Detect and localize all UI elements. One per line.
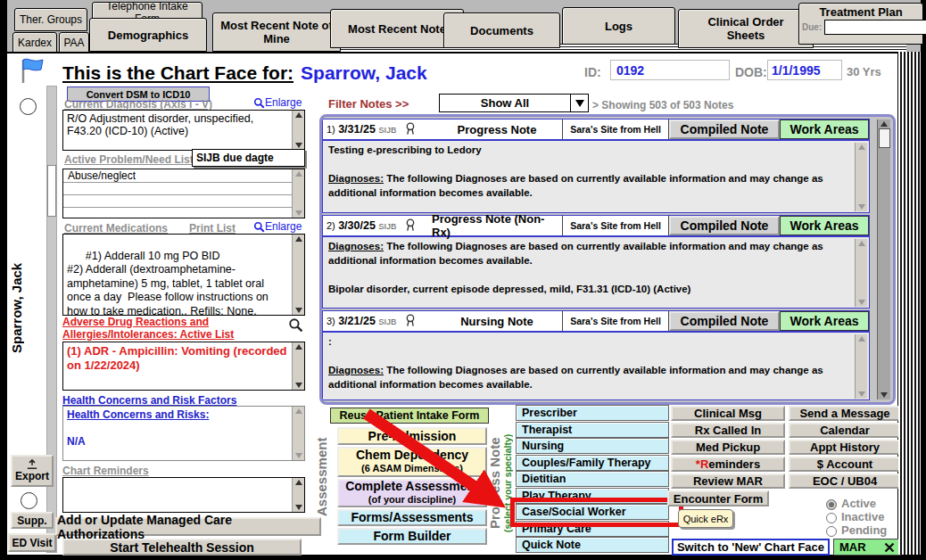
work-areas-button[interactable]: Work Areas xyxy=(780,119,869,139)
rx-called-in-button[interactable]: Rx Called In xyxy=(671,423,785,438)
dropdown-arrow-icon[interactable] xyxy=(570,95,588,111)
send-a-message-button[interactable]: Send a Message xyxy=(789,406,901,421)
calendar-button[interactable]: Calendar xyxy=(789,423,901,438)
note-site-abbr: SIJB xyxy=(378,221,396,231)
problem-list-scrollbar[interactable] xyxy=(292,169,304,218)
note-scrollbar[interactable] xyxy=(855,143,867,211)
note-body: : Diagnoses: The following Diagnoses are… xyxy=(323,333,869,400)
adr-label: Adverse Drug Reactions and Allergies/Int… xyxy=(62,317,281,341)
adr-search-icon[interactable] xyxy=(288,317,303,333)
work-areas-button[interactable]: Work Areas xyxy=(780,311,869,331)
notes-scrollbar[interactable] xyxy=(877,119,890,399)
medications-scrollbar[interactable] xyxy=(292,235,304,315)
specialty-nursing-button[interactable]: Nursing xyxy=(516,438,669,454)
chart-face-page: Sparrow, Jack Export Supp. ED Visit This… xyxy=(7,52,897,555)
note-item[interactable]: 2) 3/30/25 SIJB Progress Note (Non-Rx) S… xyxy=(322,215,870,309)
supp-button[interactable]: Supp. xyxy=(11,512,54,529)
diagnosis-enlarge-link[interactable]: Enlarge xyxy=(253,96,302,109)
note-scrollbar[interactable] xyxy=(855,239,867,307)
clinical-msg-button[interactable]: Clinical Msg xyxy=(671,406,785,421)
due-label: Due: xyxy=(802,22,822,32)
note-date: 3/30/25 xyxy=(338,219,376,232)
chart-face-window: Telephone Intake Form Ther. Groups Karde… xyxy=(0,0,926,560)
due-input[interactable] xyxy=(824,20,926,35)
tab-paa[interactable]: PAA xyxy=(59,32,89,53)
tab-kardex[interactable]: Kardex xyxy=(12,32,57,53)
account-button[interactable]: $ Account xyxy=(789,457,901,472)
form-builder-button[interactable]: Form Builder xyxy=(337,528,487,545)
compiled-note-button[interactable]: Compiled Note xyxy=(669,311,780,331)
specialty-couples-family-button[interactable]: Couples/Family Therapy xyxy=(516,455,669,471)
note-item[interactable]: 3) 3/21/25 SIJB Nursing Note Sara's Site… xyxy=(322,310,870,400)
filter-notes-label: Filter Notes >> xyxy=(328,97,409,111)
status-option-pending[interactable]: Pending xyxy=(826,523,901,537)
id-value-box: 0192 xyxy=(610,60,730,80)
switch-chart-face-button[interactable]: Switch to 'New' Chart Face xyxy=(672,539,830,556)
specialty-dietitian-button[interactable]: Dietitian xyxy=(516,471,669,487)
review-mar-button[interactable]: Review MAR xyxy=(671,474,785,489)
note-site: Sara's Site from Hell xyxy=(562,216,669,235)
flag-icon[interactable] xyxy=(18,56,46,85)
notes-scrollbar-thumb[interactable] xyxy=(879,128,890,148)
sidebar-radio-supp[interactable] xyxy=(21,492,37,509)
note-site: Sara's Site from Hell xyxy=(562,119,669,139)
chart-reminders-box[interactable] xyxy=(62,477,305,513)
tab-ther-groups[interactable]: Ther. Groups xyxy=(14,8,87,31)
quick-erx-button[interactable]: Quick eRx xyxy=(678,509,733,528)
sijb-due-button[interactable]: SIJB due dagte xyxy=(192,149,305,167)
ed-visit-button[interactable]: ED Visit xyxy=(8,533,56,552)
current-diagnosis-box[interactable]: R/O Adjustment disorder, unspecified, F4… xyxy=(62,110,305,151)
filter-notes-dropdown[interactable]: Show All xyxy=(439,94,589,112)
eoc-ub04-button[interactable]: EOC / UB04 xyxy=(789,474,901,489)
specialty-quick-note-button[interactable]: Quick Note xyxy=(516,537,669,553)
scrollbar-thumb[interactable] xyxy=(47,165,56,217)
med-pickup-button[interactable]: Med Pickup xyxy=(671,440,785,455)
appt-history-button[interactable]: Appt History xyxy=(789,440,901,455)
tab-clinical-order-sheets[interactable]: Clinical Order Sheets xyxy=(678,9,814,48)
specialty-prescriber-button[interactable]: Prescriber xyxy=(516,405,669,421)
tab-most-recent-note-of-mine[interactable]: Most Recent Note of Mine xyxy=(212,12,341,52)
diagnosis-scrollbar[interactable] xyxy=(292,111,304,150)
tab-documents[interactable]: Documents xyxy=(443,12,560,48)
encounter-form-button[interactable]: Encounter Form xyxy=(667,490,769,506)
status-option-inactive[interactable]: Inactive xyxy=(826,510,901,523)
reminders-scrollbar[interactable] xyxy=(292,478,304,512)
mar-button[interactable]: MAR xyxy=(833,539,901,556)
health-scrollbar[interactable] xyxy=(292,407,304,460)
close-icon[interactable] xyxy=(884,542,895,553)
telehealth-button[interactable]: Start Telehealth Session xyxy=(62,539,302,556)
compiled-note-button[interactable]: Compiled Note xyxy=(669,216,780,235)
status-option-active[interactable]: Active xyxy=(826,497,901,510)
note-scrollbar[interactable] xyxy=(855,334,867,399)
note-site-abbr: SIJB xyxy=(378,125,396,135)
chart-reminders-label: Chart Reminders xyxy=(62,465,149,477)
reminders-button[interactable]: *Reminders xyxy=(671,457,785,472)
tab-demographics[interactable]: Demographics xyxy=(89,18,207,52)
note-site-abbr: SIJB xyxy=(378,317,396,326)
id-label: ID: xyxy=(584,65,601,79)
sidebar-radio-top[interactable] xyxy=(20,98,37,115)
managed-care-button[interactable]: Add or Update Managed Care Authorization… xyxy=(55,517,321,536)
assessment-section-label: Assessment xyxy=(314,421,329,532)
adr-box[interactable]: (1) ADR - Ampicillin: Vomiting (recorded… xyxy=(62,342,305,391)
current-medications-box[interactable]: #1) Adderall 10 mg PO BID #2) Adderall (… xyxy=(62,234,305,316)
patient-name: Sparrow, Jack xyxy=(301,62,427,84)
problem-list-box[interactable]: Abuse/neglect xyxy=(62,169,305,218)
health-concerns-label[interactable]: Health Concerns and Risk Factors xyxy=(62,394,236,407)
compiled-note-button[interactable]: Compiled Note xyxy=(669,119,780,139)
adr-scrollbar[interactable] xyxy=(292,342,304,390)
status-radio-group: Active Inactive Pending xyxy=(826,497,901,537)
note-title: Progress Note xyxy=(432,119,562,139)
tab-logs[interactable]: Logs xyxy=(562,7,675,45)
export-icon xyxy=(26,459,38,470)
work-areas-button[interactable]: Work Areas xyxy=(780,216,869,235)
health-concerns-box[interactable]: Health Concerns and Risks: N/A xyxy=(62,406,305,461)
problem-list-item[interactable]: Abuse/neglect xyxy=(63,169,304,183)
print-list-link[interactable]: Print List xyxy=(189,222,236,235)
note-item[interactable]: 1) 3/31/25 SIJB Progress Note Sara's Sit… xyxy=(322,119,870,213)
tab-treatment-plan[interactable]: Treatment Plan Due: xyxy=(798,3,923,45)
medications-enlarge-link[interactable]: Enlarge xyxy=(253,220,302,233)
specialty-therapist-button[interactable]: Therapist xyxy=(516,422,669,438)
notes-list: 1) 3/31/25 SIJB Progress Note Sara's Sit… xyxy=(319,114,896,405)
export-button[interactable]: Export xyxy=(11,455,54,487)
